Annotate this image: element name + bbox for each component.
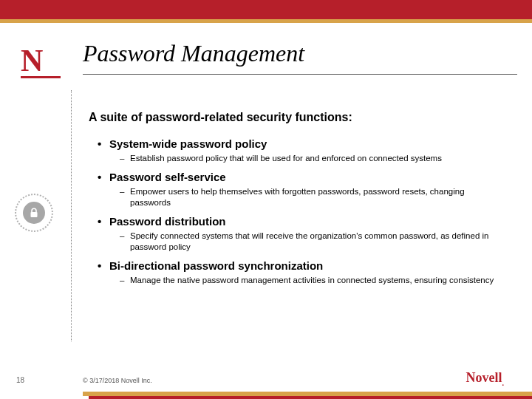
brand-logo: Novell. <box>466 370 505 387</box>
sub-list: Manage the native password management ac… <box>109 275 502 287</box>
item-label: Bi-directional password synchronization <box>109 259 502 272</box>
sub-item: Empower users to help themselves with fo… <box>130 186 502 209</box>
lock-badge-core <box>23 202 45 224</box>
brand-dot: . <box>502 379 505 387</box>
sub-item: Specify connected systems that will rece… <box>130 231 502 253</box>
slide: N Password Management A suite of passwor… <box>0 0 532 399</box>
top-accent-bar <box>0 0 532 19</box>
bullet-list: System-wide password policy Establish pa… <box>89 137 502 286</box>
content-area: A suite of password-related security fun… <box>89 111 502 292</box>
list-item: System-wide password policy Establish pa… <box>109 137 502 165</box>
intro-text: A suite of password-related security fun… <box>89 111 502 124</box>
copyright-text: © 3/17/2018 Novell Inc. <box>83 377 152 384</box>
sub-list: Empower users to help themselves with fo… <box>109 186 502 209</box>
brand-letter: N <box>21 43 41 78</box>
item-label: System-wide password policy <box>109 137 502 150</box>
svg-rect-0 <box>31 212 38 217</box>
sub-list: Specify connected systems that will rece… <box>109 231 502 253</box>
lock-icon <box>29 208 39 218</box>
sub-item: Manage the native password management ac… <box>130 275 502 287</box>
sub-item: Establish password policy that will be u… <box>130 153 502 165</box>
title-underline <box>83 74 517 75</box>
lock-badge <box>15 194 53 232</box>
item-label: Password self-service <box>109 171 502 183</box>
slide-number: 18 <box>16 376 24 384</box>
page-title: Password Management <box>83 40 304 67</box>
footer-accent-bar-red <box>89 396 532 399</box>
list-item: Password distribution Specify connected … <box>109 215 502 253</box>
item-label: Password distribution <box>109 215 502 228</box>
list-item: Bi-directional password synchronization … <box>109 259 502 287</box>
sub-list: Establish password policy that will be u… <box>109 153 502 165</box>
brand-name: Novell <box>466 370 502 385</box>
footer: 18 © 3/17/2018 Novell Inc. Novell. <box>0 368 532 399</box>
list-item: Password self-service Empower users to h… <box>109 171 502 209</box>
vertical-divider <box>71 90 72 341</box>
brand-letter-underline <box>21 76 61 78</box>
